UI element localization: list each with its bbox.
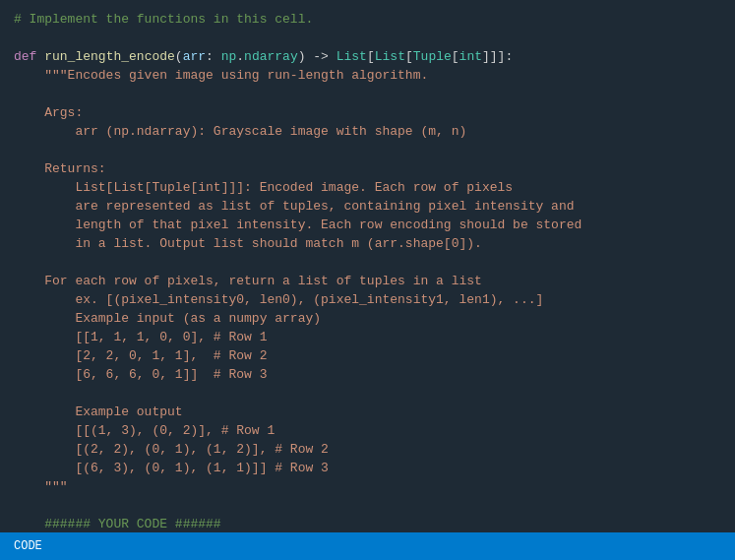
status-bar: CODE: [0, 532, 735, 560]
docstring-close: """: [14, 479, 68, 494]
dot1: .: [236, 49, 244, 64]
code-line-19: [2, 2, 0, 1, 1], # Row 2: [0, 346, 735, 365]
type-ndarray: ndarray: [244, 49, 298, 64]
docstring-ex1: ex. [(pixel_intensity0, len0), (pixel_in…: [14, 292, 543, 307]
code-line-11: are represented as list of tuples, conta…: [0, 197, 735, 216]
code-line-12: length of that pixel intensity. Each row…: [0, 216, 735, 234]
docstring-args: Args:: [14, 105, 83, 120]
code-line-15: For each row of pixels, return a list of…: [0, 272, 735, 290]
line-text: # Implement the functions in this cell.: [14, 12, 313, 27]
docstring-out4: [(6, 3), (0, 1), (1, 1)]] # Row 3: [14, 461, 329, 475]
type-tuple: Tuple: [413, 49, 452, 64]
code-line-17: Example input (as a numpy array): [0, 309, 735, 328]
code-line-16: ex. [(pixel_intensity0, len0), (pixel_in…: [0, 290, 735, 309]
type-int: int: [459, 49, 482, 64]
brackets-close: ]]]:: [482, 49, 513, 64]
type-np: np: [221, 49, 237, 64]
docstring-out2: [[(1, 3), (0, 2)], # Row 1: [14, 423, 275, 438]
param-arr: arr: [183, 49, 206, 64]
code-line-13: in a list. Output list should match m (a…: [0, 234, 735, 253]
code-line-24: [(2, 2), (0, 1), (1, 2)], # Row 2: [0, 440, 735, 459]
code-line-21: [0, 384, 735, 403]
type-list1: List: [337, 49, 367, 64]
code-line-20: [6, 6, 6, 0, 1]] # Row 3: [0, 365, 735, 384]
docstring-1: """Encodes given image using run-length …: [14, 68, 428, 83]
docstring-ex3: [[1, 1, 1, 0, 0], # Row 1: [14, 330, 267, 344]
docstring-arr: arr (np.ndarray): Grayscale image with s…: [14, 124, 466, 139]
code-line-3: def run_length_encode(arr: np.ndarray) -…: [0, 47, 735, 66]
docstring-ret3: length of that pixel intensity. Each row…: [14, 218, 582, 232]
docstring-out1: Example output: [14, 404, 183, 419]
code-line-10: List[List[Tuple[int]]]: Encoded image. E…: [0, 178, 735, 197]
paren-close-arrow: ) ->: [298, 49, 337, 64]
code-editor: # Implement the functions in this cell. …: [0, 0, 735, 560]
code-line-4: """Encodes given image using run-length …: [0, 66, 735, 85]
bracket3: [: [452, 49, 459, 64]
docstring-out3: [(2, 2), (0, 1), (1, 2)], # Row 2: [14, 442, 329, 457]
code-line-8: [0, 141, 735, 159]
code-line-9: Returns:: [0, 159, 735, 178]
code-line-26: """: [0, 477, 735, 496]
code-line-2: [0, 29, 735, 47]
status-code-label: CODE: [14, 539, 42, 553]
docstring-ret4: in a list. Output list should match m (a…: [14, 236, 482, 251]
code-line-5: [0, 85, 735, 103]
docstring-ret1: List[List[Tuple[int]]]: Encoded image. E…: [14, 180, 513, 195]
code-line-1: # Implement the functions in this cell.: [0, 10, 735, 29]
your-code-comment: ###### YOUR CODE ######: [14, 517, 221, 531]
code-line-23: [[(1, 3), (0, 2)], # Row 1: [0, 421, 735, 440]
code-line-14: [0, 253, 735, 272]
docstring-returns: Returns:: [14, 161, 106, 176]
colon1: :: [206, 49, 221, 64]
code-line-22: Example output: [0, 403, 735, 421]
docstring-ex4: [2, 2, 0, 1, 1], # Row 2: [14, 348, 267, 363]
bracket1: [: [367, 49, 375, 64]
paren-open: (: [175, 49, 183, 64]
bracket2: [: [405, 49, 413, 64]
fn-name: run_length_encode: [44, 49, 175, 64]
docstring-ex2: Example input (as a numpy array): [14, 311, 321, 326]
type-list2: List: [375, 49, 405, 64]
code-line-18: [[1, 1, 1, 0, 0], # Row 1: [0, 328, 735, 346]
code-line-7: arr (np.ndarray): Grayscale image with s…: [0, 122, 735, 141]
code-line-27: [0, 496, 735, 515]
docstring-ret2: are represented as list of tuples, conta…: [14, 199, 575, 214]
docstring-for: For each row of pixels, return a list of…: [14, 274, 482, 288]
code-line-6: Args:: [0, 103, 735, 122]
docstring-ex5: [6, 6, 6, 0, 1]] # Row 3: [14, 367, 267, 382]
code-line-28: ###### YOUR CODE ######: [0, 515, 735, 533]
kw-def: def: [14, 49, 44, 64]
code-line-25: [(6, 3), (0, 1), (1, 1)]] # Row 3: [0, 459, 735, 477]
